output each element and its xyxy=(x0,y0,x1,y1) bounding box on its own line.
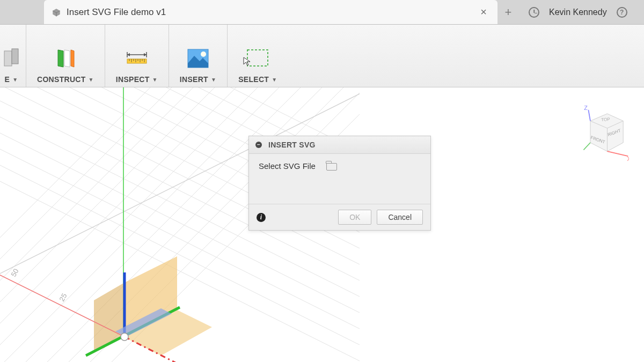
document-tab[interactable]: Insert SVG File demo v1 × xyxy=(44,0,497,24)
svg-rect-5 xyxy=(127,59,147,63)
svg-line-57 xyxy=(588,110,590,121)
cancel-button[interactable]: Cancel xyxy=(377,210,423,225)
svg-point-49 xyxy=(121,333,128,341)
clock-icon[interactable] xyxy=(529,7,539,18)
chevron-down-icon: ▼ xyxy=(89,77,94,83)
svg-line-59 xyxy=(583,143,590,150)
toolgroup-select[interactable]: SELECT▼ xyxy=(228,25,288,87)
viewcube[interactable]: TOP FRONT RIGHT X Z xyxy=(581,104,629,162)
svg-rect-0 xyxy=(4,51,12,66)
select-icon xyxy=(246,45,269,72)
toolgroup-label: INSERT xyxy=(180,75,208,84)
dialog-header[interactable]: − INSERT SVG xyxy=(249,136,430,154)
new-tab-button[interactable]: + xyxy=(497,0,519,24)
svg-line-55 xyxy=(608,151,628,156)
chevron-down-icon: ▼ xyxy=(211,77,216,83)
ok-button[interactable]: OK xyxy=(338,210,371,225)
chevron-down-icon: ▼ xyxy=(152,77,158,83)
main-toolbar: E▼ CONSTRUCT▼ xyxy=(0,25,644,87)
dialog-title: INSERT SVG xyxy=(268,141,316,149)
partial-tool-icon xyxy=(3,45,19,72)
toolgroup-insert[interactable]: INSERT▼ xyxy=(169,25,228,87)
dialog-body: Select SVG File xyxy=(249,154,430,204)
svg-rect-16 xyxy=(247,50,268,66)
toolgroup-label: SELECT xyxy=(238,75,269,84)
toolgroup-label: INSPECT xyxy=(116,75,150,84)
svg-text:25: 25 xyxy=(57,292,68,303)
toolgroup-label: CONSTRUCT xyxy=(37,75,86,84)
insert-svg-dialog: − INSERT SVG Select SVG File i OK Cancel xyxy=(248,136,431,231)
help-icon[interactable]: ? xyxy=(617,7,627,18)
svg-text:X: X xyxy=(627,156,629,162)
tabbar-right-cluster: Kevin Kennedy ? xyxy=(519,0,633,24)
browse-folder-button[interactable] xyxy=(326,163,337,171)
inspect-icon xyxy=(125,45,149,72)
chevron-down-icon: ▼ xyxy=(12,77,18,83)
document-tab-title: Insert SVG File demo v1 xyxy=(67,7,166,18)
chevron-down-icon: ▼ xyxy=(272,77,277,83)
svg-text:50: 50 xyxy=(9,268,20,278)
svg-rect-1 xyxy=(12,49,18,64)
svg-text:Z: Z xyxy=(584,105,588,111)
collapse-icon[interactable]: − xyxy=(255,142,262,148)
toolgroup-label: E xyxy=(5,75,10,84)
tabbar-leading-space xyxy=(0,0,44,24)
dialog-footer: i OK Cancel xyxy=(249,204,430,230)
construct-icon xyxy=(54,45,77,72)
document-cube-icon xyxy=(52,8,61,17)
select-svg-file-label: Select SVG File xyxy=(259,161,316,171)
tab-bar: Insert SVG File demo v1 × + Kevin Kenned… xyxy=(0,0,644,25)
toolgroup-construct[interactable]: CONSTRUCT▼ xyxy=(26,25,105,87)
close-icon[interactable]: × xyxy=(477,4,490,20)
toolgroup-partial[interactable]: E▼ xyxy=(0,25,26,87)
toolgroup-inspect[interactable]: INSPECT▼ xyxy=(105,25,169,87)
insert-icon xyxy=(187,45,209,72)
username-label[interactable]: Kevin Kennedy xyxy=(549,8,607,17)
svg-text:TOP: TOP xyxy=(601,117,610,122)
info-icon[interactable]: i xyxy=(257,213,266,222)
svg-point-15 xyxy=(201,51,206,57)
